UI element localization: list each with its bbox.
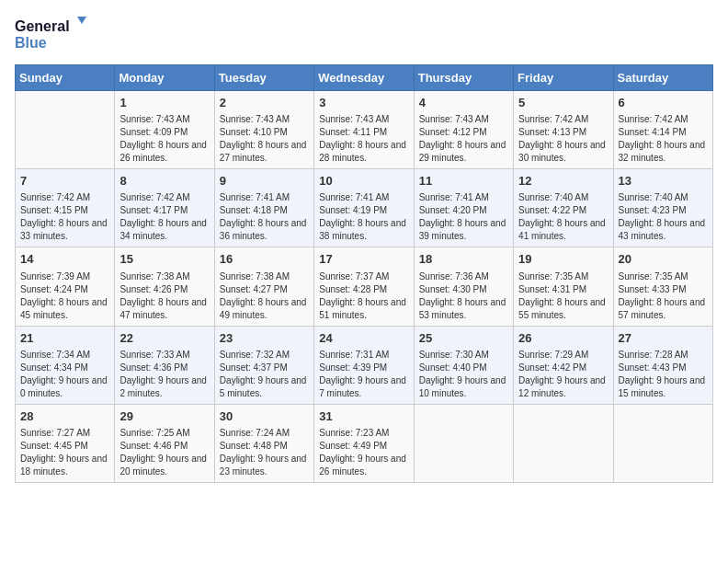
daylight-text: Daylight: 8 hours and 41 minutes. <box>518 217 608 243</box>
daylight-text: Daylight: 9 hours and 26 minutes. <box>319 453 408 478</box>
daylight-text: Daylight: 9 hours and 23 minutes. <box>220 453 309 478</box>
daylight-text: Daylight: 9 hours and 5 minutes. <box>220 374 309 400</box>
day-info: Sunrise: 7:23 AM Sunset: 4:49 PM Dayligh… <box>319 427 408 478</box>
sunset-text: Sunset: 4:37 PM <box>220 362 309 374</box>
calendar-day-cell: 18 Sunrise: 7:36 AM Sunset: 4:30 PM Dayl… <box>414 247 513 326</box>
sunset-text: Sunset: 4:09 PM <box>119 126 209 139</box>
calendar-week-row: 28 Sunrise: 7:27 AM Sunset: 4:45 PM Dayl… <box>16 404 713 482</box>
daylight-text: Daylight: 8 hours and 33 minutes. <box>20 217 109 243</box>
calendar-header-row: SundayMondayTuesdayWednesdayThursdayFrid… <box>16 65 713 91</box>
calendar-week-row: 7 Sunrise: 7:42 AM Sunset: 4:15 PM Dayli… <box>16 169 713 247</box>
day-info: Sunrise: 7:38 AM Sunset: 4:27 PM Dayligh… <box>220 270 309 322</box>
calendar-day-cell: 10 Sunrise: 7:41 AM Sunset: 4:19 PM Dayl… <box>314 169 414 247</box>
day-number: 10 <box>319 173 408 190</box>
day-info: Sunrise: 7:43 AM Sunset: 4:09 PM Dayligh… <box>119 113 209 165</box>
day-info: Sunrise: 7:40 AM Sunset: 4:22 PM Dayligh… <box>518 191 608 243</box>
day-number: 8 <box>119 173 209 190</box>
day-of-week-header: Tuesday <box>214 65 313 91</box>
calendar-day-cell: 4 Sunrise: 7:43 AM Sunset: 4:12 PM Dayli… <box>414 91 513 169</box>
sunrise-text: Sunrise: 7:27 AM <box>20 427 109 440</box>
day-info: Sunrise: 7:29 AM Sunset: 4:42 PM Dayligh… <box>518 349 608 400</box>
day-info: Sunrise: 7:28 AM Sunset: 4:43 PM Dayligh… <box>619 349 708 400</box>
sunrise-text: Sunrise: 7:28 AM <box>619 349 708 362</box>
calendar-day-cell: 9 Sunrise: 7:41 AM Sunset: 4:18 PM Dayli… <box>214 169 313 247</box>
sunset-text: Sunset: 4:42 PM <box>518 362 608 374</box>
day-info: Sunrise: 7:36 AM Sunset: 4:30 PM Dayligh… <box>419 270 508 322</box>
sunrise-text: Sunrise: 7:33 AM <box>119 349 209 362</box>
sunset-text: Sunset: 4:24 PM <box>20 283 109 296</box>
day-info: Sunrise: 7:35 AM Sunset: 4:31 PM Dayligh… <box>518 270 608 322</box>
daylight-text: Daylight: 9 hours and 18 minutes. <box>20 453 109 478</box>
calendar-day-cell: 20 Sunrise: 7:35 AM Sunset: 4:33 PM Dayl… <box>613 247 712 326</box>
daylight-text: Daylight: 8 hours and 45 minutes. <box>20 296 109 322</box>
sunset-text: Sunset: 4:23 PM <box>619 204 708 217</box>
day-number: 2 <box>220 95 309 111</box>
sunrise-text: Sunrise: 7:43 AM <box>119 113 209 126</box>
sunrise-text: Sunrise: 7:23 AM <box>319 427 408 440</box>
sunrise-text: Sunrise: 7:38 AM <box>220 270 309 283</box>
calendar-day-cell: 6 Sunrise: 7:42 AM Sunset: 4:14 PM Dayli… <box>613 91 712 169</box>
sunset-text: Sunset: 4:14 PM <box>619 126 708 139</box>
sunrise-text: Sunrise: 7:43 AM <box>319 113 408 126</box>
day-number: 14 <box>20 251 109 268</box>
day-info: Sunrise: 7:33 AM Sunset: 4:36 PM Dayligh… <box>119 349 209 400</box>
day-info: Sunrise: 7:38 AM Sunset: 4:26 PM Dayligh… <box>119 270 209 322</box>
calendar-day-cell <box>414 404 513 482</box>
calendar-day-cell <box>16 91 115 169</box>
calendar-day-cell: 25 Sunrise: 7:30 AM Sunset: 4:40 PM Dayl… <box>414 326 513 404</box>
calendar-day-cell <box>514 404 613 482</box>
page-header: General Blue <box>15 15 713 53</box>
calendar-day-cell: 2 Sunrise: 7:43 AM Sunset: 4:10 PM Dayli… <box>214 91 313 169</box>
svg-text:Blue: Blue <box>15 35 47 51</box>
calendar-day-cell: 30 Sunrise: 7:24 AM Sunset: 4:48 PM Dayl… <box>214 404 313 482</box>
daylight-text: Daylight: 8 hours and 49 minutes. <box>220 296 309 322</box>
calendar-day-cell: 23 Sunrise: 7:32 AM Sunset: 4:37 PM Dayl… <box>214 326 313 404</box>
calendar-day-cell: 17 Sunrise: 7:37 AM Sunset: 4:28 PM Dayl… <box>314 247 414 326</box>
sunset-text: Sunset: 4:19 PM <box>319 204 408 217</box>
sunset-text: Sunset: 4:15 PM <box>20 204 109 217</box>
day-info: Sunrise: 7:41 AM Sunset: 4:19 PM Dayligh… <box>319 191 408 243</box>
sunset-text: Sunset: 4:22 PM <box>518 204 608 217</box>
daylight-text: Daylight: 8 hours and 28 minutes. <box>319 139 408 165</box>
day-number: 7 <box>20 173 109 190</box>
day-number: 29 <box>119 408 209 425</box>
calendar-day-cell: 31 Sunrise: 7:23 AM Sunset: 4:49 PM Dayl… <box>314 404 414 482</box>
day-info: Sunrise: 7:42 AM Sunset: 4:14 PM Dayligh… <box>619 113 708 165</box>
daylight-text: Daylight: 8 hours and 26 minutes. <box>119 139 209 165</box>
logo: General Blue <box>15 15 88 53</box>
calendar-day-cell: 7 Sunrise: 7:42 AM Sunset: 4:15 PM Dayli… <box>16 169 115 247</box>
sunset-text: Sunset: 4:49 PM <box>319 440 408 453</box>
day-number: 11 <box>419 173 508 190</box>
daylight-text: Daylight: 9 hours and 0 minutes. <box>20 374 109 400</box>
calendar-day-cell: 26 Sunrise: 7:29 AM Sunset: 4:42 PM Dayl… <box>514 326 613 404</box>
sunset-text: Sunset: 4:33 PM <box>619 283 708 296</box>
sunrise-text: Sunrise: 7:38 AM <box>119 270 209 283</box>
day-number: 19 <box>518 251 608 268</box>
day-info: Sunrise: 7:25 AM Sunset: 4:46 PM Dayligh… <box>119 427 209 478</box>
sunset-text: Sunset: 4:43 PM <box>619 362 708 374</box>
day-number: 9 <box>220 173 309 190</box>
day-number: 4 <box>419 95 508 111</box>
day-number: 13 <box>619 173 708 190</box>
calendar-week-row: 21 Sunrise: 7:34 AM Sunset: 4:34 PM Dayl… <box>16 326 713 404</box>
sunset-text: Sunset: 4:12 PM <box>419 126 508 139</box>
daylight-text: Daylight: 8 hours and 47 minutes. <box>119 296 209 322</box>
calendar-day-cell: 24 Sunrise: 7:31 AM Sunset: 4:39 PM Dayl… <box>314 326 414 404</box>
sunset-text: Sunset: 4:40 PM <box>419 362 508 374</box>
day-info: Sunrise: 7:31 AM Sunset: 4:39 PM Dayligh… <box>319 349 408 400</box>
calendar-day-cell: 14 Sunrise: 7:39 AM Sunset: 4:24 PM Dayl… <box>16 247 115 326</box>
daylight-text: Daylight: 8 hours and 36 minutes. <box>220 217 309 243</box>
sunset-text: Sunset: 4:36 PM <box>119 362 209 374</box>
day-of-week-header: Monday <box>115 65 214 91</box>
calendar-day-cell: 19 Sunrise: 7:35 AM Sunset: 4:31 PM Dayl… <box>514 247 613 326</box>
calendar-day-cell <box>613 404 712 482</box>
daylight-text: Daylight: 8 hours and 55 minutes. <box>518 296 608 322</box>
sunrise-text: Sunrise: 7:41 AM <box>319 191 408 204</box>
sunrise-text: Sunrise: 7:25 AM <box>119 427 209 440</box>
day-number: 24 <box>319 330 408 347</box>
calendar-day-cell: 28 Sunrise: 7:27 AM Sunset: 4:45 PM Dayl… <box>16 404 115 482</box>
daylight-text: Daylight: 9 hours and 2 minutes. <box>119 374 209 400</box>
daylight-text: Daylight: 8 hours and 57 minutes. <box>619 296 708 322</box>
day-number: 20 <box>619 251 708 268</box>
sunrise-text: Sunrise: 7:39 AM <box>20 270 109 283</box>
